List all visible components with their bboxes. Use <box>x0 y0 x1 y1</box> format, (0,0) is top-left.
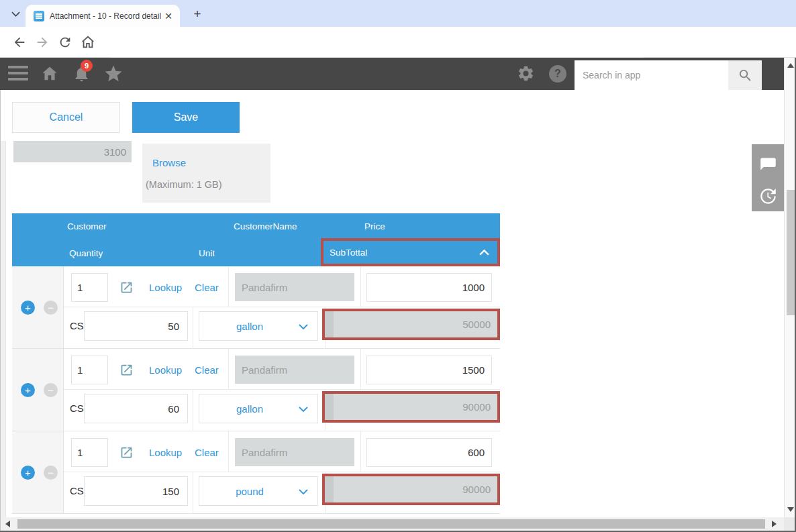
lookup-link[interactable]: Lookup <box>149 282 182 293</box>
browser-tab[interactable]: Attachment - 10 - Record detail ✕ <box>26 5 180 27</box>
attachment-max-note: (Maximum: 1 GB) <box>146 179 222 190</box>
app-search-input[interactable] <box>575 60 728 90</box>
attachment-upload-area: Browse (Maximum: 1 GB) <box>142 144 270 203</box>
lookup-link[interactable]: Lookup <box>149 447 182 458</box>
tab-close-icon[interactable]: ✕ <box>162 10 175 22</box>
subtotal-field: 50000 <box>325 311 497 337</box>
table-row: + − Lookup Clear Pandafirm CS <box>12 349 500 431</box>
horizontal-scrollbar[interactable] <box>0 517 784 531</box>
back-button[interactable] <box>12 35 27 50</box>
window-left-edge <box>0 90 1 531</box>
browse-link[interactable]: Browse <box>152 157 186 168</box>
comments-icon[interactable] <box>759 155 777 176</box>
subtotal-highlight-box: SubTottal <box>321 238 500 266</box>
quantity-input[interactable] <box>84 394 188 423</box>
unit-dropdown[interactable]: gallon <box>199 394 318 423</box>
customer-name-field: Pandafirm <box>235 438 354 466</box>
unit-selected-value: gallon <box>236 321 263 332</box>
record-side-toolbar <box>752 144 784 211</box>
unit-selected-value: pound <box>236 486 264 497</box>
portal-home-icon[interactable] <box>40 64 59 86</box>
browser-window: Attachment - 10 - Record detail ✕ + pand… <box>0 0 796 532</box>
browser-toolbar: pandafirm.cybozu.com/k/1871/show#record=… <box>0 27 796 58</box>
subtable: Customer CustomerName Price Quantity Uni… <box>12 213 500 515</box>
table-row: + − Lookup Clear Pandafirm CS <box>12 266 500 349</box>
remove-row-button[interactable]: − <box>44 383 58 397</box>
unit-prefix-label: CS <box>70 320 84 331</box>
home-button[interactable] <box>81 35 95 50</box>
scroll-up-arrow-icon[interactable] <box>787 63 794 68</box>
chevron-down-icon <box>299 489 308 494</box>
customer-input[interactable] <box>71 273 108 302</box>
scroll-down-arrow-icon[interactable] <box>787 507 794 512</box>
cancel-button[interactable]: Cancel <box>12 102 120 133</box>
app-search-button[interactable] <box>728 60 762 90</box>
clear-link[interactable]: Clear <box>195 447 219 458</box>
row-gutter: + − <box>12 349 64 431</box>
col-header-unit: Unit <box>199 248 215 258</box>
col-header-quantity: Quantity <box>69 248 103 258</box>
tab-search-chevron-icon[interactable] <box>7 5 24 23</box>
scroll-left-arrow-icon[interactable] <box>5 521 10 527</box>
price-input[interactable] <box>366 438 492 467</box>
unit-prefix-label: CS <box>70 485 84 496</box>
add-row-button[interactable]: + <box>21 301 35 315</box>
open-in-new-icon[interactable] <box>119 280 134 297</box>
add-row-button[interactable]: + <box>21 383 35 397</box>
clear-link[interactable]: Clear <box>195 364 219 376</box>
lookup-link[interactable]: Lookup <box>149 364 182 376</box>
favorites-star-icon[interactable] <box>103 64 123 87</box>
unit-dropdown[interactable]: gallon <box>199 311 318 341</box>
notification-badge: 9 <box>81 60 93 72</box>
page-left-margin <box>0 141 6 517</box>
chevron-down-icon <box>299 324 308 329</box>
tab-strip: Attachment - 10 - Record detail ✕ + <box>0 0 796 27</box>
unit-prefix-label: CS <box>70 403 84 414</box>
col-header-customer-name: CustomerName <box>234 221 297 231</box>
price-input[interactable] <box>366 356 492 384</box>
row-gutter: + − <box>12 266 64 348</box>
table-row: + − Lookup Clear Pandafirm CS <box>12 431 500 514</box>
quantity-input[interactable] <box>84 476 188 506</box>
unit-selected-value: gallon <box>236 403 263 415</box>
add-row-button[interactable]: + <box>21 466 35 480</box>
chevron-down-icon <box>299 407 308 412</box>
settings-gear-icon[interactable] <box>517 64 535 85</box>
customer-name-field: Pandafirm <box>235 273 354 301</box>
remove-row-button[interactable]: − <box>44 301 58 315</box>
scroll-right-arrow-icon[interactable] <box>772 521 777 527</box>
quantity-input[interactable] <box>84 311 188 341</box>
clear-link[interactable]: Clear <box>195 282 219 293</box>
col-header-subtotal: SubTottal <box>330 248 479 258</box>
price-input[interactable] <box>366 273 492 302</box>
vertical-scrollbar-thumb[interactable] <box>787 190 795 315</box>
customer-input[interactable] <box>71 356 108 384</box>
new-tab-button[interactable]: + <box>189 6 205 22</box>
kintone-favicon-icon <box>34 11 44 21</box>
horizontal-scrollbar-thumb[interactable] <box>17 519 765 529</box>
remove-row-button[interactable]: − <box>44 466 58 480</box>
customer-name-field: Pandafirm <box>235 356 354 384</box>
row-gutter: + − <box>12 431 64 513</box>
subtotal-highlight-box: 90000 <box>322 391 500 423</box>
unit-dropdown[interactable]: pound <box>199 476 318 506</box>
subtotal-field: 90000 <box>325 394 497 420</box>
col-header-price: Price <box>364 221 385 231</box>
col-header-customer: Customer <box>67 221 107 231</box>
help-icon[interactable]: ? <box>549 65 566 83</box>
open-in-new-icon[interactable] <box>119 445 134 462</box>
customer-input[interactable] <box>71 438 108 467</box>
subtotal-highlight-box: 50000 <box>322 309 500 340</box>
reload-button[interactable] <box>58 35 72 50</box>
save-button[interactable]: Save <box>132 102 240 133</box>
chevron-up-icon[interactable] <box>479 246 489 258</box>
forward-button[interactable] <box>35 35 50 50</box>
record-form: 3100 Browse (Maximum: 1 GB) Customer Cus… <box>0 141 784 517</box>
record-action-bar: Cancel Save <box>0 90 784 141</box>
hamburger-menu-icon[interactable] <box>8 66 28 82</box>
subtable-header: Customer CustomerName Price Quantity Uni… <box>12 213 500 266</box>
history-icon[interactable] <box>759 187 777 208</box>
open-in-new-icon[interactable] <box>119 363 134 380</box>
tab-title: Attachment - 10 - Record detail <box>50 11 162 21</box>
subtotal-field: 90000 <box>325 476 497 502</box>
